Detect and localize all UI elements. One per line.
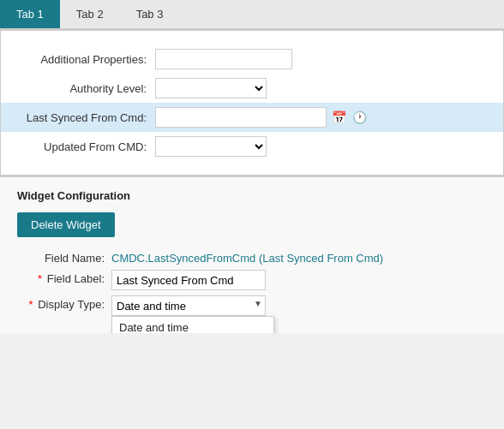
tab-2[interactable]: Tab 2	[60, 0, 120, 28]
widget-config-title: Widget Configuration	[17, 189, 487, 202]
datetime-icons: 📅 🕐	[330, 109, 368, 126]
form-panel: Additional Properties: Authority Level: …	[0, 30, 504, 176]
display-type-dropdown-wrapper: ▼ Date and time Date only Time only Date…	[111, 295, 266, 316]
clock-icon[interactable]: 🕐	[351, 109, 368, 126]
last-synced-label: Last Synced From Cmd:	[18, 111, 155, 124]
tabs-bar: Tab 1 Tab 2 Tab 3	[0, 0, 504, 30]
delete-widget-button[interactable]: Delete Widget	[17, 212, 115, 237]
last-synced-row: Last Synced From Cmd: 📅 🕐	[1, 103, 503, 132]
authority-level-select[interactable]	[155, 78, 267, 98]
authority-level-row: Authority Level:	[1, 74, 503, 103]
updated-from-cmd-row: Updated From CMD:	[1, 132, 503, 161]
additional-properties-row: Additional Properties:	[1, 45, 503, 74]
last-synced-input[interactable]	[155, 107, 327, 128]
updated-from-cmd-label: Updated From CMD:	[18, 140, 155, 153]
field-label-input[interactable]	[111, 270, 266, 290]
tab-3[interactable]: Tab 3	[120, 0, 180, 28]
display-type-select-wrapper: ▼	[111, 295, 266, 316]
field-label-label: * Field Label:	[17, 270, 111, 285]
tab-1[interactable]: Tab 1	[0, 0, 60, 28]
additional-properties-input[interactable]	[155, 49, 292, 69]
display-type-input[interactable]	[111, 295, 266, 316]
widget-config-section: Widget Configuration Delete Widget Field…	[0, 177, 504, 333]
field-label-row: * Field Label:	[17, 270, 487, 290]
updated-from-cmd-select[interactable]	[155, 136, 267, 157]
dropdown-item-date-and-time[interactable]: Date and time	[112, 317, 273, 333]
display-type-required-star: *	[29, 298, 33, 311]
field-label-required-star: *	[38, 272, 42, 285]
display-type-label: * Display Type:	[17, 295, 111, 311]
field-name-value: CMDC.LastSyncedFromCmd (Last Synced From…	[111, 249, 383, 265]
display-type-row: * Display Type: ▼ Date and time Date onl…	[17, 295, 487, 316]
authority-level-label: Authority Level:	[18, 82, 155, 95]
additional-properties-label: Additional Properties:	[18, 53, 155, 66]
field-name-label: Field Name:	[17, 249, 111, 265]
display-type-dropdown-list: Date and time Date only Time only Date o…	[111, 316, 274, 333]
field-name-row: Field Name: CMDC.LastSyncedFromCmd (Last…	[17, 249, 487, 265]
calendar-icon[interactable]: 📅	[330, 109, 347, 126]
